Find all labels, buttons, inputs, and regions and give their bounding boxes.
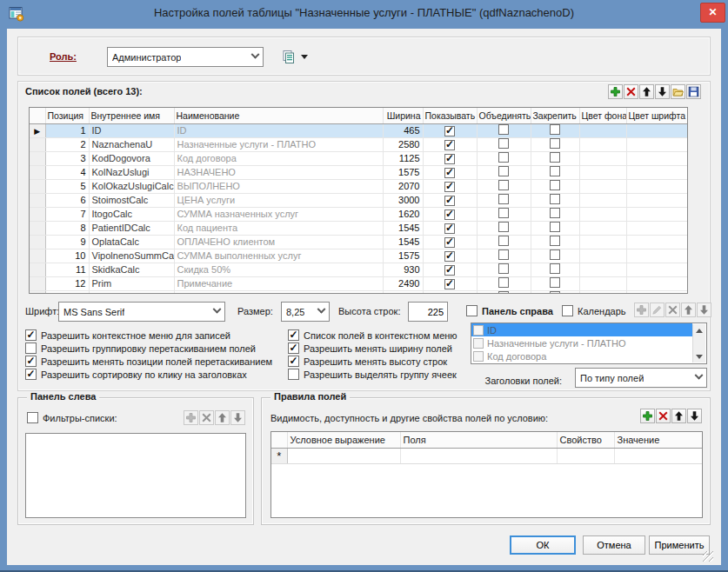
col-show[interactable]: Показывать	[423, 108, 477, 123]
font-color-cell[interactable]	[626, 137, 687, 151]
filter-lists-listbox[interactable]	[25, 433, 246, 518]
width-cell[interactable]: 465	[383, 123, 423, 137]
list-item[interactable]: ID	[471, 323, 692, 336]
caption-cell[interactable]: Назначенные услуги - ПЛАТНО	[174, 137, 383, 151]
position-cell[interactable]: 5	[45, 179, 89, 193]
row-selector-cell[interactable]	[30, 249, 45, 263]
font-select[interactable]: MS Sans Serif	[58, 302, 225, 322]
right-panel-checkbox-row[interactable]: Панель справа	[466, 305, 553, 316]
show-checkbox[interactable]	[444, 210, 455, 220]
show-checkbox[interactable]	[444, 265, 455, 276]
position-cell[interactable]: 10	[45, 249, 89, 263]
merge-checkbox[interactable]	[498, 124, 509, 135]
field-row[interactable]: 13OplataKolUslCalcОПЛАЧЕНО Ед. услуги154…	[30, 290, 687, 294]
field-row[interactable]: 4KolNazUslugiНАЗНАЧЕНО1575	[30, 165, 687, 179]
position-cell[interactable]: 4	[45, 165, 89, 179]
font-color-cell[interactable]	[626, 235, 687, 249]
col-bg-color[interactable]: Цвет фона	[579, 108, 626, 123]
col-caption[interactable]: Наименование	[174, 108, 383, 123]
col-font-color[interactable]: Цвет шрифта	[626, 108, 687, 123]
caption-cell[interactable]: ОПЛАЧЕНО клиентом	[174, 235, 383, 249]
col-fields[interactable]: Поля	[400, 432, 557, 448]
field-row[interactable]: 12PrimПримечание2490	[30, 276, 687, 290]
scroll-down-button[interactable]	[693, 350, 705, 362]
delete-button[interactable]	[624, 84, 638, 99]
option-checkbox[interactable]	[25, 356, 37, 367]
option-row[interactable]: Список полей в контекстном меню	[288, 329, 458, 342]
caption-cell[interactable]: Скидка 50%	[174, 263, 383, 276]
width-cell[interactable]: 2070	[383, 179, 423, 193]
merge-checkbox[interactable]	[498, 263, 509, 274]
add-button[interactable]	[640, 409, 655, 423]
caption-cell[interactable]: СУММА выполненных услуг	[174, 249, 383, 263]
copy-settings-button[interactable]	[277, 45, 317, 68]
show-checkbox[interactable]	[444, 182, 455, 192]
internal-name-cell[interactable]: ItogoCalc	[89, 207, 174, 221]
calendar-checkbox-row[interactable]: Календарь	[562, 305, 626, 316]
value-cell[interactable]	[614, 448, 702, 463]
show-checkbox[interactable]	[444, 237, 455, 248]
bg-color-cell[interactable]	[579, 179, 626, 193]
option-checkbox[interactable]	[25, 369, 37, 380]
option-row[interactable]: Разрешить контекстное меню для записей	[25, 329, 272, 342]
row-selector-cell[interactable]	[30, 207, 45, 221]
pin-checkbox[interactable]	[550, 208, 560, 218]
internal-name-cell[interactable]: SkidkaCalc	[89, 263, 174, 276]
row-selector-cell[interactable]	[30, 221, 45, 235]
field-row[interactable]: 9OplataCalcОПЛАЧЕНО клиентом1545	[30, 235, 687, 249]
pin-checkbox[interactable]	[550, 124, 560, 135]
col-merge[interactable]: Объединять	[477, 108, 531, 123]
row-selector-cell[interactable]	[30, 151, 45, 165]
field-row[interactable]: 2NaznachenaUНазначенные услуги - ПЛАТНО2…	[30, 137, 687, 151]
width-cell[interactable]: 2580	[383, 137, 423, 151]
col-position[interactable]: Позиция	[45, 108, 89, 123]
caption-cell[interactable]: СУММА назначенных услуг	[174, 207, 383, 221]
bg-color-cell[interactable]	[579, 263, 626, 276]
internal-name-cell[interactable]: ID	[89, 123, 174, 137]
bg-color-cell[interactable]	[579, 290, 626, 294]
open-button[interactable]	[671, 84, 685, 99]
bg-color-cell[interactable]	[579, 193, 626, 207]
font-color-cell[interactable]	[626, 165, 687, 179]
bg-color-cell[interactable]	[579, 137, 626, 151]
width-cell[interactable]: 1575	[383, 249, 423, 263]
internal-name-cell[interactable]: OplataKolUslCalc	[89, 290, 174, 294]
caption-cell[interactable]: ЦЕНА услуги	[174, 193, 383, 207]
pin-checkbox[interactable]	[550, 249, 560, 260]
pin-checkbox[interactable]	[550, 222, 560, 232]
font-color-cell[interactable]	[626, 221, 687, 235]
option-row[interactable]: Разрешить менять высоту строк	[288, 355, 458, 368]
pin-checkbox[interactable]	[550, 180, 560, 190]
width-cell[interactable]: 1575	[383, 165, 423, 179]
list-item[interactable]: Назначенные услуги - ПЛАТНО	[471, 336, 692, 349]
row-selector-cell[interactable]: ▶	[30, 123, 45, 137]
position-cell[interactable]: 8	[45, 221, 89, 235]
internal-name-cell[interactable]: KodDogovora	[89, 151, 174, 165]
filter-lists-checkbox[interactable]	[27, 412, 38, 423]
width-cell[interactable]: 2490	[383, 276, 423, 290]
font-color-cell[interactable]	[626, 179, 687, 193]
pin-checkbox[interactable]	[550, 236, 560, 246]
position-cell[interactable]: 1	[45, 123, 89, 137]
field-row[interactable]: 8PatientIDCalcКод пациента1545	[30, 221, 687, 235]
col-pin[interactable]: Закрепить	[531, 108, 579, 123]
pin-checkbox[interactable]	[550, 277, 560, 288]
move-up-button[interactable]	[639, 84, 654, 99]
pin-checkbox[interactable]	[550, 194, 560, 204]
font-color-cell[interactable]	[626, 123, 687, 137]
row-height-input[interactable]	[408, 302, 448, 322]
internal-name-cell[interactable]: StoimostCalc	[89, 193, 174, 207]
col-width[interactable]: Ширина	[383, 108, 423, 123]
show-checkbox[interactable]	[444, 168, 455, 178]
width-cell[interactable]: 1545	[383, 235, 423, 249]
show-checkbox[interactable]	[444, 140, 455, 150]
option-row[interactable]: Разрешить сортировку по клику на заголов…	[25, 368, 272, 381]
close-button[interactable]: ✕	[700, 3, 725, 23]
position-cell[interactable]: 2	[45, 137, 89, 151]
bg-color-cell[interactable]	[579, 221, 626, 235]
pin-checkbox[interactable]	[550, 166, 560, 176]
option-checkbox[interactable]	[288, 329, 299, 341]
bg-color-cell[interactable]	[579, 123, 626, 137]
position-cell[interactable]: 12	[45, 276, 89, 290]
pin-checkbox[interactable]	[550, 138, 560, 149]
